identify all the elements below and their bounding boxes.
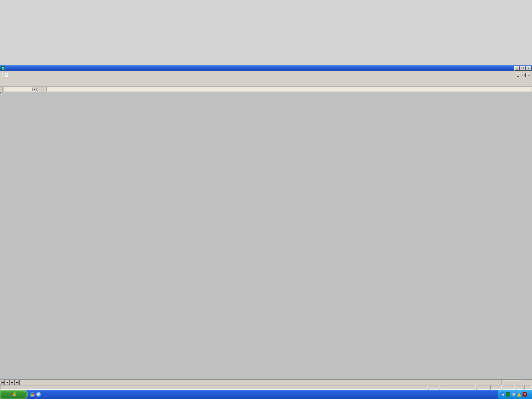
- start-button[interactable]: [0, 390, 28, 399]
- status-bar: [0, 385, 532, 390]
- status-num: [490, 385, 502, 390]
- restore-button[interactable]: ❐: [520, 66, 525, 71]
- status-caps: [477, 385, 489, 390]
- page-header: [0, 0, 532, 65]
- chrome-icon[interactable]: [30, 392, 35, 397]
- tabs-scrollbar[interactable]: [502, 380, 532, 385]
- equals-button[interactable]: [40, 87, 45, 91]
- chart-sheet: [0, 92, 532, 379]
- system-tray: ◀ ▦ ⊟ ! B: [498, 390, 532, 399]
- close-button[interactable]: ✕: [526, 66, 531, 71]
- window-titlebar[interactable]: X ▁ ❐ ✕: [0, 65, 532, 71]
- status-cell-empty1: [429, 385, 439, 390]
- quick-launch-divider: [44, 391, 44, 398]
- excel-logo-icon: X: [1, 66, 5, 70]
- workbook-restore-button[interactable]: ❐: [521, 73, 526, 77]
- formula-bar: ▼: [0, 87, 532, 92]
- tab-last-button[interactable]: ▶|: [15, 380, 20, 385]
- windows-flag-icon: [11, 392, 16, 397]
- plot-area[interactable]: [0, 92, 1, 93]
- media-player-icon[interactable]: [36, 392, 41, 397]
- collapse-arrow-icon[interactable]: ◀: [500, 392, 505, 397]
- minimize-button[interactable]: ▁: [514, 66, 520, 71]
- status-cell-empty2: [440, 385, 475, 390]
- workbook-icon: [5, 73, 8, 77]
- display-icon[interactable]: ▦: [506, 392, 510, 397]
- b-app-icon[interactable]: B: [523, 392, 527, 397]
- workbook-minimize-button[interactable]: ▁: [516, 73, 520, 77]
- name-box-dropdown-icon[interactable]: ▼: [32, 88, 37, 91]
- name-box[interactable]: ▼: [4, 87, 37, 91]
- status-ready: [1, 385, 428, 390]
- annotation-arrows: [0, 92, 532, 379]
- status-cell-empty4: [524, 385, 531, 390]
- menu-bar: ▁ ❐ ✕: [0, 71, 532, 79]
- screen: X ▁ ❐ ✕ ▁ ❐ ✕ ▼: [0, 0, 532, 399]
- formulabar-grip[interactable]: [2, 87, 2, 92]
- tab-prev-button[interactable]: ◀: [5, 380, 10, 385]
- formula-input[interactable]: [46, 87, 531, 91]
- status-scrl: [503, 385, 515, 390]
- quick-launch: [28, 391, 47, 398]
- alert-icon[interactable]: !: [517, 392, 521, 397]
- taskbar: ◀ ▦ ⊟ ! B: [0, 390, 532, 399]
- toolbar: [0, 79, 532, 87]
- menu-grip[interactable]: [2, 73, 3, 78]
- workbook-close-button[interactable]: ✕: [526, 73, 531, 77]
- status-cell-empty3: [516, 385, 523, 390]
- tab-first-button[interactable]: |◀: [0, 380, 5, 385]
- tab-next-button[interactable]: ▶: [10, 380, 15, 385]
- sheet-tabs-row: |◀ ◀ ▶ ▶|: [0, 379, 532, 385]
- network-icon[interactable]: ⊟: [511, 392, 516, 397]
